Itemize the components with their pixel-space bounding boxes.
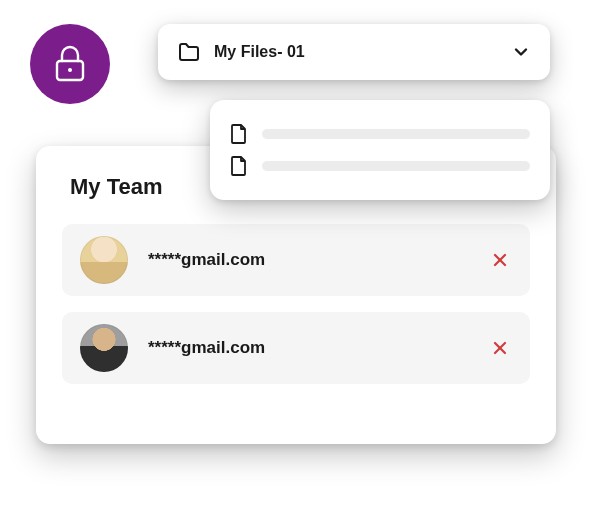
avatar — [80, 324, 128, 372]
chevron-down-icon — [512, 43, 530, 61]
dropdown-item-placeholder — [262, 161, 530, 171]
remove-member-button[interactable] — [488, 336, 512, 360]
dropdown-item[interactable] — [230, 123, 530, 145]
member-email: *****gmail.com — [148, 250, 488, 270]
folder-select[interactable]: My Files- 01 — [158, 24, 550, 80]
avatar — [80, 236, 128, 284]
folder-dropdown-panel — [210, 100, 550, 200]
close-icon — [492, 340, 508, 356]
member-row: *****gmail.com — [62, 312, 530, 384]
svg-point-1 — [68, 68, 72, 72]
folder-icon — [178, 42, 200, 62]
dropdown-item[interactable] — [230, 155, 530, 177]
folder-select-label: My Files- 01 — [214, 43, 512, 61]
member-email: *****gmail.com — [148, 338, 488, 358]
close-icon — [492, 252, 508, 268]
file-icon — [230, 123, 248, 145]
lock-badge — [30, 24, 110, 104]
lock-icon — [53, 44, 87, 84]
file-icon — [230, 155, 248, 177]
remove-member-button[interactable] — [488, 248, 512, 272]
member-row: *****gmail.com — [62, 224, 530, 296]
dropdown-item-placeholder — [262, 129, 530, 139]
